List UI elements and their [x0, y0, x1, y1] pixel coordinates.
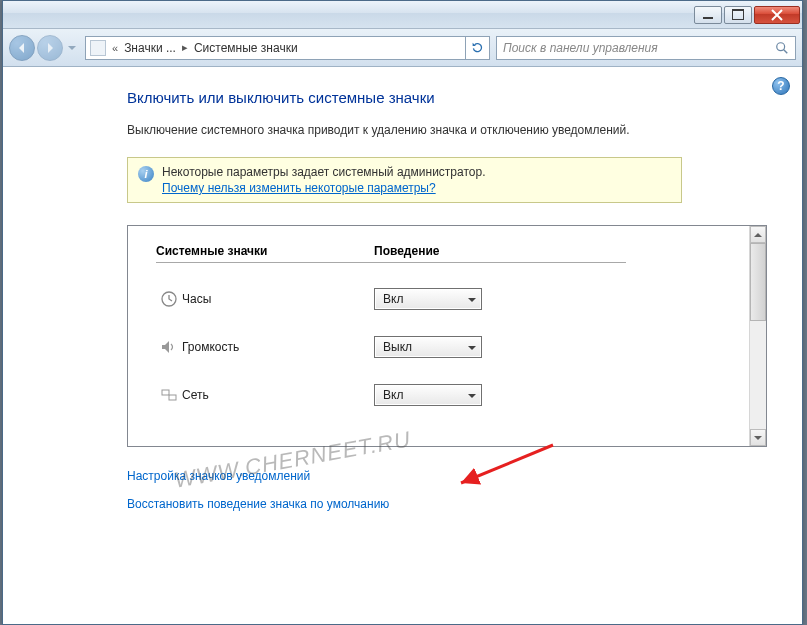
breadcrumb-chev-left: «	[110, 42, 120, 54]
search-input[interactable]: Поиск в панели управления	[496, 36, 796, 60]
scroll-down-button[interactable]	[750, 429, 766, 446]
search-placeholder: Поиск в панели управления	[503, 41, 658, 55]
scroll-track[interactable]	[750, 243, 766, 429]
chevron-down-icon	[467, 390, 477, 400]
header-system-icons: Системные значки	[156, 244, 374, 258]
table-row: Часы Вкл	[156, 275, 739, 323]
svg-rect-3	[162, 390, 169, 395]
row-label: Громкость	[182, 340, 374, 354]
refresh-button[interactable]	[466, 36, 490, 60]
maximize-button[interactable]	[724, 6, 752, 24]
window-titlebar	[3, 1, 802, 29]
breadcrumb-sep-1: ▸	[180, 41, 190, 54]
help-icon[interactable]: ?	[772, 77, 790, 95]
behavior-select-clock[interactable]: Вкл	[374, 288, 482, 310]
select-value: Выкл	[383, 340, 412, 354]
panel-scrollbar[interactable]	[749, 226, 766, 446]
row-label: Сеть	[182, 388, 374, 402]
location-icon	[90, 40, 106, 56]
link-customize-icons[interactable]: Настройка значков уведомлений	[127, 469, 766, 483]
network-icon	[156, 386, 182, 404]
notice-link[interactable]: Почему нельзя изменить некоторые парамет…	[162, 181, 436, 195]
table-header-row: Системные значки Поведение	[156, 244, 739, 258]
admin-notice: i Некоторые параметры задает системный а…	[127, 157, 682, 203]
table-row: Громкость Выкл	[156, 323, 739, 371]
chevron-down-icon	[467, 342, 477, 352]
panel-body: Системные значки Поведение Часы Вкл	[128, 226, 749, 446]
minimize-button[interactable]	[694, 6, 722, 24]
header-underline	[156, 262, 626, 263]
breadcrumb-bar[interactable]: « Значки ... ▸ Системные значки	[85, 36, 466, 60]
page-description: Выключение системного значка приводит к …	[127, 122, 667, 139]
link-restore-defaults[interactable]: Восстановить поведение значка по умолчан…	[127, 497, 766, 511]
content-area: ? Включить или выключить системные значк…	[3, 67, 802, 624]
clock-icon	[156, 290, 182, 308]
breadcrumb-item-2[interactable]: Системные значки	[194, 41, 298, 55]
notice-text: Некоторые параметры задает системный адм…	[162, 165, 485, 179]
breadcrumb-item-1[interactable]: Значки ...	[124, 41, 176, 55]
scroll-up-button[interactable]	[750, 226, 766, 243]
scroll-thumb[interactable]	[750, 243, 766, 321]
header-behavior: Поведение	[374, 244, 439, 258]
chevron-down-icon	[467, 294, 477, 304]
control-panel-window: « Значки ... ▸ Системные значки Поиск в …	[2, 0, 803, 625]
forward-button[interactable]	[37, 35, 63, 61]
volume-icon	[156, 338, 182, 356]
search-icon	[775, 41, 789, 55]
svg-rect-4	[169, 395, 176, 400]
row-label: Часы	[182, 292, 374, 306]
footer-links: Настройка значков уведомлений Восстанови…	[127, 469, 766, 511]
system-icons-panel: Системные значки Поведение Часы Вкл	[127, 225, 767, 447]
page-title: Включить или выключить системные значки	[127, 89, 766, 106]
svg-point-0	[777, 42, 785, 50]
info-icon: i	[138, 166, 154, 182]
behavior-select-volume[interactable]: Выкл	[374, 336, 482, 358]
select-value: Вкл	[383, 388, 403, 402]
nav-arrows	[9, 35, 79, 61]
svg-line-1	[784, 49, 788, 53]
behavior-select-network[interactable]: Вкл	[374, 384, 482, 406]
table-row: Сеть Вкл	[156, 371, 739, 419]
close-button[interactable]	[754, 6, 800, 24]
navigation-bar: « Значки ... ▸ Системные значки Поиск в …	[3, 29, 802, 67]
nav-history-dropdown[interactable]	[65, 36, 79, 60]
back-button[interactable]	[9, 35, 35, 61]
select-value: Вкл	[383, 292, 403, 306]
